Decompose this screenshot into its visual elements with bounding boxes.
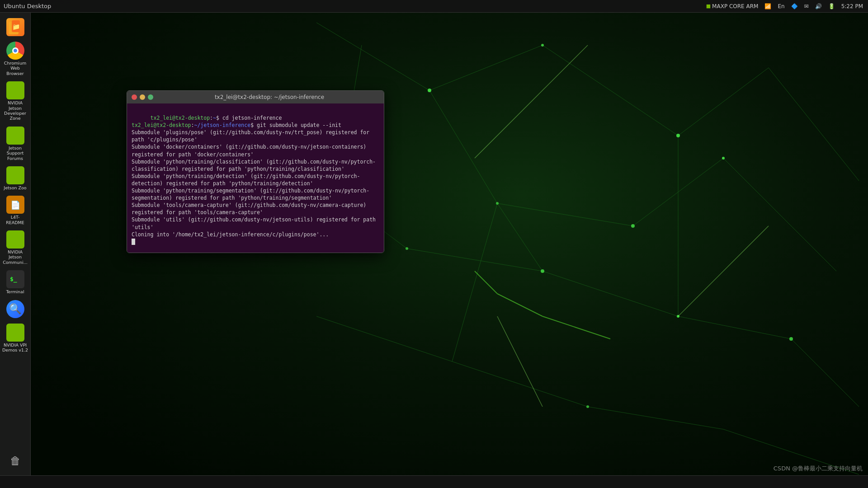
svg-line-12 [542, 271, 678, 316]
terminal-icon: $_ [6, 270, 24, 288]
terminal-title: tx2_lei@tx2-desktop: ~/jetson-inference [160, 94, 379, 100]
svg-line-13 [678, 316, 791, 339]
search-icon: 🔍 [6, 300, 24, 318]
sidebar-item-nvidia-comm[interactable]: N NVIDIA Jetson Communi... [1, 229, 30, 267]
nvidia-dev-icon: N [6, 81, 24, 99]
svg-line-20 [497, 203, 542, 271]
svg-point-25 [676, 134, 680, 137]
nvidia-dev-label: NVIDIA Jetson Developer Zone [2, 100, 29, 121]
nvidia-tray-label: ■ MAXP CORE ARM [705, 3, 760, 9]
sidebar-item-nvidia-dev[interactable]: N NVIDIA Jetson Developer Zone [1, 80, 30, 123]
svg-line-8 [633, 158, 723, 226]
svg-line-17 [588, 407, 723, 429]
desktop: Ubuntu Desktop ■ MAXP CORE ARM 📶 En 🔷 ✉ … [0, 0, 868, 488]
svg-point-27 [631, 224, 635, 228]
sidebar-item-files[interactable]: 📁 [1, 16, 30, 38]
sidebar-item-nvidia-support[interactable]: N Jetson Support Forums [1, 125, 30, 163]
prompt-user-2: tx2_lei@tx2-desktop [132, 122, 191, 128]
close-button[interactable] [132, 94, 137, 100]
sidebar-item-search[interactable]: 🔍 [1, 298, 30, 320]
svg-line-16 [452, 361, 588, 407]
sidebar-item-terminal[interactable]: $_ Terminal [1, 268, 30, 296]
volume-icon[interactable]: 🔊 [814, 3, 823, 9]
svg-line-37 [475, 45, 588, 158]
svg-line-2 [429, 45, 542, 90]
taskbar-top: Ubuntu Desktop ■ MAXP CORE ARM 📶 En 🔷 ✉ … [0, 0, 868, 13]
trash-icon: 🗑 [6, 452, 24, 470]
sidebar-item-trash[interactable]: 🗑 [1, 450, 30, 472]
svg-point-23 [428, 89, 431, 92]
svg-line-39 [497, 316, 542, 407]
svg-point-24 [541, 44, 544, 47]
terminal-titlebar: tx2_lei@tx2-desktop: ~/jetson-inference [127, 91, 384, 103]
svg-line-4 [678, 68, 769, 136]
battery-icon[interactable]: 🔋 [827, 3, 836, 9]
nvidia-support-icon: N [6, 127, 24, 145]
svg-line-5 [769, 68, 859, 181]
l4t-icon: 📄 [6, 196, 24, 214]
svg-line-9 [723, 158, 836, 271]
application-dock: 📁 Chromium Web Browser N NVIDIA Jetson D… [0, 13, 31, 475]
taskbar-bottom [0, 475, 868, 488]
svg-line-6 [429, 90, 497, 203]
svg-text:📁: 📁 [12, 23, 20, 31]
terminal-label: Terminal [6, 289, 24, 294]
ubuntu-desktop-label: Ubuntu Desktop [4, 3, 51, 9]
sidebar-item-jetson-zoo[interactable]: N Jetson Zoo [1, 164, 30, 192]
terminal-body[interactable]: tx2_lei@tx2-desktop:~$ cd jetson-inferen… [127, 103, 384, 253]
terminal-cursor [132, 239, 135, 245]
svg-point-26 [496, 202, 499, 205]
svg-line-15 [316, 316, 452, 361]
maximize-button[interactable] [148, 94, 153, 100]
svg-line-1 [316, 23, 429, 90]
svg-point-29 [406, 247, 408, 250]
watermark: CSDN @鲁棒最小二乘支持向量机 [774, 465, 863, 473]
svg-point-33 [586, 405, 589, 408]
sidebar-item-l4t[interactable]: 📄 L4T- README [1, 194, 30, 227]
nvidia-comm-label: NVIDIA Jetson Communi... [2, 249, 29, 265]
system-tray: ■ MAXP CORE ARM 📶 En 🔷 ✉ 🔊 🔋 5:22 PM [705, 3, 864, 9]
terminal-output: Submodule 'plugins/pose' (git://github.c… [132, 129, 379, 237]
svg-point-28 [722, 157, 725, 160]
clock: 5:22 PM [840, 3, 864, 9]
svg-line-3 [542, 45, 678, 136]
svg-line-38 [678, 226, 769, 316]
svg-line-11 [407, 249, 542, 271]
svg-point-31 [677, 315, 679, 318]
l4t-label: L4T- README [2, 215, 29, 225]
mail-icon[interactable]: ✉ [803, 3, 810, 9]
minimize-button[interactable] [140, 94, 145, 100]
sidebar-item-vpi[interactable]: N NVIDIA VPI Demos v1.2 [1, 322, 30, 355]
vpi-label: NVIDIA VPI Demos v1.2 [2, 343, 29, 353]
files-icon: 📁 [6, 18, 24, 36]
svg-line-36 [542, 316, 610, 339]
sidebar-item-chromium[interactable]: Chromium Web Browser [1, 40, 30, 78]
vpi-icon: N [6, 324, 24, 342]
nvidia-support-label: Jetson Support Forums [2, 145, 29, 161]
jetson-zoo-label: Jetson Zoo [4, 185, 26, 190]
svg-text:$_: $_ [10, 276, 17, 283]
en-language-label[interactable]: En [776, 3, 786, 9]
prompt-user-1: tx2_lei@tx2-desktop [151, 115, 210, 121]
wifi-icon[interactable]: 📶 [763, 3, 773, 9]
jetson-zoo-icon: N [6, 166, 24, 184]
chromium-icon [6, 42, 24, 60]
svg-line-35 [497, 294, 542, 316]
svg-line-14 [791, 339, 859, 407]
nvidia-comm-icon: N [6, 230, 24, 249]
svg-line-22 [452, 203, 497, 361]
bluetooth-icon[interactable]: 🔷 [790, 3, 799, 9]
chromium-label: Chromium Web Browser [2, 61, 29, 76]
svg-point-30 [541, 269, 544, 273]
svg-point-32 [789, 337, 793, 341]
svg-line-34 [475, 271, 497, 294]
svg-line-7 [497, 203, 633, 226]
terminal-window[interactable]: tx2_lei@tx2-desktop: ~/jetson-inference … [127, 90, 384, 253]
